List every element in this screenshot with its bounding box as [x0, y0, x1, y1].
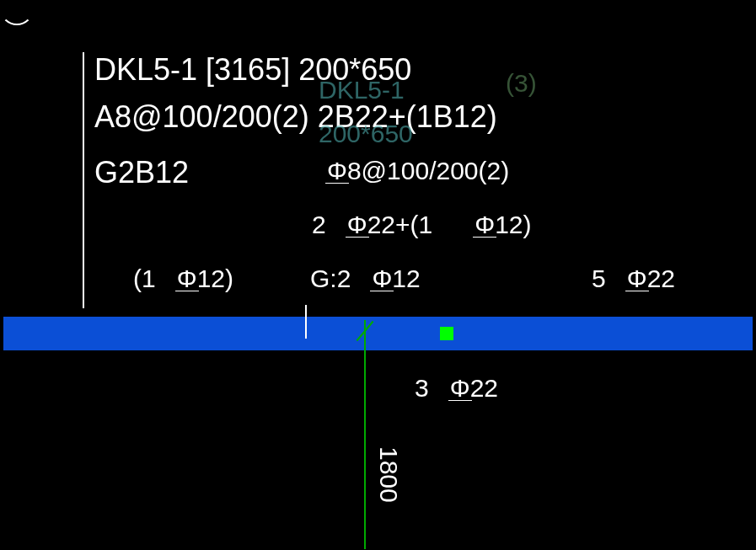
bottom-count: 3 — [415, 374, 429, 402]
g-size: 12 — [392, 264, 420, 292]
top-bar-count-1: 2 — [312, 211, 326, 238]
phi-icon — [347, 211, 367, 239]
bottom-size: 22 — [470, 374, 498, 402]
beam-element[interactable] — [3, 317, 753, 350]
faded-beam-count: (3) — [506, 69, 537, 98]
beam-label-line2: A8@100/200(2) 2B22+(1B12) — [94, 99, 497, 135]
stirrup-annotation: 8@100/200(2) — [327, 157, 509, 185]
phi-icon — [475, 211, 495, 239]
beam-label-line3: G2B12 — [94, 155, 189, 190]
top-bar-size-2: 12) — [495, 211, 531, 238]
phi-icon — [450, 374, 470, 403]
left-extra-size: 12) — [197, 264, 233, 292]
faded-beam-name: DKL5-1 — [319, 76, 405, 104]
top-bar-size-1: 22+(1 — [367, 211, 433, 238]
phi-icon — [327, 157, 347, 185]
left-extra-annotation: (1 12) — [133, 264, 233, 293]
right-size: 22 — [647, 264, 675, 292]
phi-icon — [177, 264, 197, 293]
bottom-annotation: 3 22 — [415, 374, 498, 403]
tick-mark — [305, 305, 307, 339]
arc-fragment — [0, 0, 34, 25]
g-label: G:2 — [310, 264, 351, 292]
g-annotation: G:2 12 — [310, 264, 421, 293]
dimension-1800: 1800 — [374, 446, 403, 503]
selection-grip[interactable] — [440, 327, 453, 340]
left-extra-count: (1 — [133, 264, 156, 292]
phi-icon — [627, 264, 647, 293]
phi-icon — [372, 264, 392, 293]
right-annotation: 5 22 — [592, 264, 675, 293]
right-count: 5 — [592, 264, 606, 292]
top-bar-annotation: 2 22+(1 12) — [312, 211, 532, 239]
dim-leader-left — [83, 52, 84, 308]
stirrup-text: 8@100/200(2) — [347, 157, 509, 184]
dim-line-vertical — [364, 320, 366, 549]
faded-beam-dims: 200*650 — [319, 120, 413, 148]
